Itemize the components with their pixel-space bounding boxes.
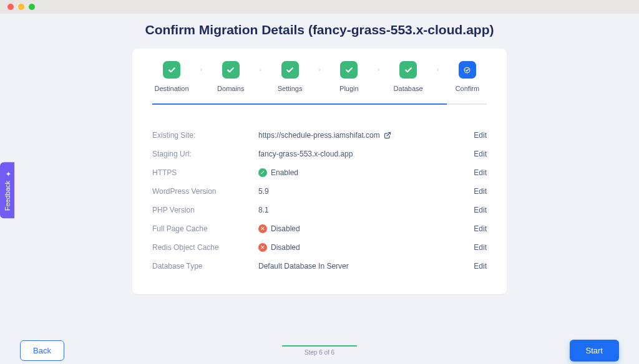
row-label: HTTPS — [152, 168, 258, 177]
chevron-right-icon: › — [200, 66, 202, 73]
step-plugin[interactable]: Plugin — [329, 61, 368, 92]
step-label: Destination — [154, 85, 188, 92]
feedback-tab[interactable]: Feedback ✦ — [0, 162, 14, 218]
check-icon — [222, 61, 240, 79]
edit-link[interactable]: Edit — [474, 150, 487, 158]
row-value: ✕ Disabled — [258, 243, 474, 252]
step-label: Confirm — [456, 85, 480, 92]
row-db-type: Database Type Default Database In Server… — [152, 257, 487, 275]
row-php-version: PHP Version 8.1 Edit — [152, 201, 487, 219]
check-icon — [163, 61, 180, 79]
target-icon — [459, 61, 476, 79]
edit-link[interactable]: Edit — [474, 187, 487, 196]
row-staging-url: Staging Url: fancy-grass-553.x-cloud.app… — [152, 145, 487, 163]
back-button[interactable]: Back — [20, 340, 64, 361]
x-circle-icon: ✕ — [258, 224, 267, 233]
row-full-page-cache: Full Page Cache ✕ Disabled Edit — [152, 219, 487, 238]
https-value: Enabled — [271, 168, 298, 177]
svg-line-1 — [387, 133, 391, 136]
row-label: Existing Site: — [152, 131, 258, 140]
edit-link[interactable]: Edit — [474, 262, 487, 271]
step-domains[interactable]: Domains — [212, 61, 250, 92]
footer: Back Step 6 of 6 Start — [0, 336, 639, 364]
feedback-label: Feedback — [4, 181, 11, 211]
chevron-right-icon: › — [378, 66, 379, 73]
row-label: Staging Url: — [152, 150, 258, 158]
edit-link[interactable]: Edit — [474, 168, 487, 177]
edit-link[interactable]: Edit — [474, 131, 487, 140]
row-value: 8.1 — [258, 206, 474, 214]
check-icon — [281, 61, 299, 79]
row-https: HTTPS ✓ Enabled Edit — [152, 163, 487, 182]
row-label: WordPress Version — [152, 187, 258, 196]
row-value: ✕ Disabled — [258, 224, 474, 233]
puzzle-icon: ✦ — [3, 170, 11, 178]
step-confirm[interactable]: Confirm — [448, 61, 487, 92]
stepper: Destination › Domains › Settings › Plugi… — [152, 61, 487, 105]
window-controls — [0, 0, 639, 14]
chevron-right-icon: › — [260, 66, 261, 73]
page-title: Confirm Migration Details (fancy-grass-5… — [0, 14, 639, 49]
step-label: Plugin — [339, 85, 359, 92]
row-label: Redis Object Cache — [152, 243, 258, 252]
row-value: ✓ Enabled — [258, 168, 474, 177]
progress-indicator: Step 6 of 6 — [282, 345, 357, 356]
x-circle-icon: ✕ — [258, 243, 267, 252]
redis-cache-value: Disabled — [271, 243, 300, 252]
existing-site-url: https://schedule-press.iamshifat.com — [258, 131, 380, 140]
row-label: PHP Version — [152, 206, 258, 214]
row-label: Full Page Cache — [152, 224, 258, 233]
row-label: Database Type — [152, 262, 258, 271]
maximize-icon[interactable] — [29, 4, 35, 10]
chevron-right-icon: › — [437, 66, 439, 73]
check-icon — [399, 61, 417, 79]
chevron-right-icon: › — [318, 66, 320, 73]
close-icon[interactable] — [7, 4, 14, 10]
row-redis-cache: Redis Object Cache ✕ Disabled Edit — [152, 238, 487, 257]
edit-link[interactable]: Edit — [474, 224, 487, 233]
step-label: Settings — [278, 85, 303, 92]
row-value: 5.9 — [258, 187, 474, 196]
row-existing-site: Existing Site: https://schedule-press.ia… — [152, 126, 487, 145]
check-circle-icon: ✓ — [258, 168, 267, 177]
step-label: Domains — [217, 85, 244, 92]
step-settings[interactable]: Settings — [271, 61, 310, 92]
full-page-cache-value: Disabled — [271, 224, 300, 233]
migration-card: Destination › Domains › Settings › Plugi… — [132, 49, 507, 294]
external-link-icon[interactable] — [384, 132, 391, 139]
edit-link[interactable]: Edit — [474, 206, 487, 214]
step-destination[interactable]: Destination — [152, 61, 191, 92]
row-value: fancy-grass-553.x-cloud.app — [258, 150, 474, 158]
row-wp-version: WordPress Version 5.9 Edit — [152, 182, 487, 201]
step-label: Database — [394, 85, 423, 92]
minimize-icon[interactable] — [18, 4, 24, 10]
details-list: Existing Site: https://schedule-press.ia… — [152, 126, 487, 275]
edit-link[interactable]: Edit — [474, 243, 487, 252]
row-value: https://schedule-press.iamshifat.com — [258, 131, 474, 140]
start-button[interactable]: Start — [570, 340, 619, 362]
progress-bar — [282, 345, 357, 347]
progress-label: Step 6 of 6 — [282, 349, 357, 356]
step-database[interactable]: Database — [389, 61, 427, 92]
row-value: Default Database In Server — [258, 262, 474, 271]
check-icon — [340, 61, 358, 79]
